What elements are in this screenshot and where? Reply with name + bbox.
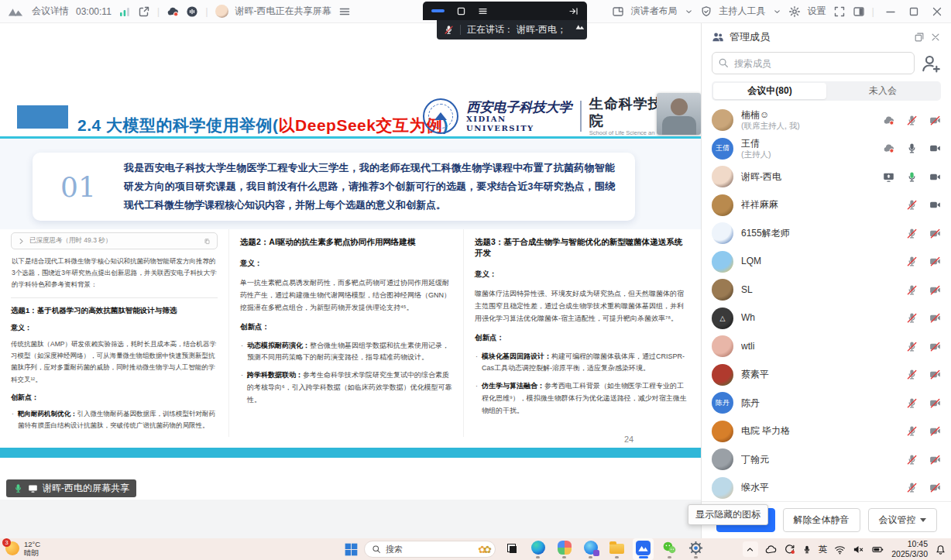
mic-muted-icon[interactable] [444, 25, 454, 35]
cam-off-icon[interactable] [929, 341, 941, 352]
mic-off-icon[interactable] [906, 284, 918, 296]
taskbar-search[interactable]: 搜索 ✿✿ [364, 541, 496, 558]
deepseek-thinking-bar[interactable]: 已深度思考（用时 49.3 秒） [11, 232, 218, 249]
minimize-button[interactable] [884, 5, 897, 18]
member-row[interactable]: 谢晖-西电 [702, 163, 951, 191]
share-toolbar-row[interactable] [423, 2, 587, 20]
notifications-icon[interactable] [935, 544, 946, 555]
meeting-app-button[interactable] [633, 538, 654, 560]
member-row[interactable]: 王倩 王倩 (主持人) [702, 135, 951, 163]
member-row[interactable]: 缑水平 [702, 474, 951, 502]
cam-off-icon[interactable] [929, 397, 941, 409]
cam-off-icon[interactable] [929, 115, 941, 126]
onedrive-cloud-icon[interactable] [765, 544, 777, 555]
cam-off-icon[interactable] [929, 228, 941, 239]
member-row[interactable]: 陈丹 陈丹 [702, 389, 951, 417]
close-button[interactable] [931, 5, 943, 18]
member-row[interactable]: 电院 毕力格 [702, 417, 951, 446]
member-row[interactable]: wtli [702, 332, 951, 361]
dock-right-icon[interactable] [568, 6, 578, 16]
mic-off-icon[interactable] [906, 425, 918, 437]
cam-on-icon[interactable] [929, 143, 941, 154]
mic-off-icon[interactable] [906, 199, 918, 211]
fullscreen-icon[interactable] [833, 5, 846, 18]
cloud-dot-icon [883, 143, 894, 154]
member-row[interactable]: 祥祥麻麻 [702, 191, 951, 220]
speaking-label: 正在讲话： [467, 23, 513, 36]
prompt-text: 我是西安电子科技大学生物医学工程专业大三学生，我的老师在现代工科微生物学课程中布… [124, 159, 635, 215]
close-panel-icon[interactable] [930, 32, 941, 43]
screen-record-icon[interactable] [784, 544, 795, 555]
member-row[interactable]: LQM [702, 248, 951, 277]
file-explorer-button[interactable] [606, 538, 627, 560]
cam-on-icon[interactable] [929, 171, 941, 183]
window-icon[interactable] [456, 6, 466, 16]
task-view-button[interactable] [501, 538, 522, 560]
member-search-input[interactable] [712, 52, 915, 74]
list-icon[interactable] [478, 6, 488, 16]
battery-icon[interactable] [871, 544, 884, 555]
audio-device-icon[interactable] [186, 5, 198, 18]
settings-app-button[interactable] [685, 538, 706, 560]
mic-off-icon[interactable] [906, 369, 918, 380]
significance-text: 传统抗菌肽（AMP）研发依赖实验筛选，耗时长且成本高，结合机器学习模型（如深度神… [11, 338, 218, 386]
cam-off-icon[interactable] [929, 312, 941, 324]
mic-off-icon[interactable] [906, 397, 918, 409]
show-hidden-icons-button[interactable] [743, 541, 758, 557]
cam-off-icon[interactable] [929, 369, 941, 380]
microphone-tray-icon[interactable] [802, 544, 812, 555]
slide-footer-bar [0, 448, 701, 458]
cam-off-icon[interactable] [929, 425, 941, 437]
add-member-icon[interactable] [921, 53, 941, 74]
meeting-controls-button[interactable]: 会议管控 [868, 508, 937, 532]
member-row[interactable]: SL [702, 276, 951, 304]
sharing-menu-icon[interactable] [338, 5, 351, 18]
mic-off-icon[interactable] [906, 454, 918, 466]
open-external-icon[interactable] [138, 5, 150, 18]
answer-columns: 已深度思考（用时 49.3 秒） 以下是结合现代工科微生物学核心知识和抗菌药物智… [0, 229, 701, 437]
minimize-dash-icon[interactable] [431, 9, 445, 12]
member-name: 蔡素平 [741, 369, 898, 380]
member-name: Wh [741, 312, 898, 324]
cam-off-icon[interactable] [929, 482, 941, 493]
wifi-icon[interactable] [834, 544, 846, 555]
volume-muted-icon[interactable] [853, 544, 864, 555]
tab-in-meeting[interactable]: 会议中(80) [713, 83, 826, 99]
member-row[interactable]: 6155解老师 [702, 219, 951, 248]
side-panel-icon[interactable] [853, 5, 865, 18]
host-tools-button[interactable]: 主持人工具 [719, 5, 766, 18]
member-row[interactable]: 蔡素平 [702, 361, 951, 390]
mic-live-icon[interactable] [906, 171, 918, 183]
photos-app-button[interactable] [554, 538, 575, 560]
mic-off-icon[interactable] [906, 341, 918, 352]
settings-button[interactable]: 设置 [808, 5, 826, 18]
popout-icon[interactable] [914, 32, 925, 43]
edge-browser-button[interactable] [527, 538, 548, 560]
wechat-button[interactable] [659, 538, 680, 560]
mic-on-icon[interactable] [906, 143, 918, 154]
member-row[interactable]: 楠楠☺ (联席主持人, 我) [702, 106, 951, 135]
mic-off-icon[interactable] [906, 115, 918, 126]
cam-off-icon[interactable] [929, 256, 941, 267]
start-button[interactable] [344, 542, 359, 557]
clock[interactable]: 10:45 2025/3/30 [891, 539, 928, 559]
maximize-button[interactable] [908, 5, 920, 18]
mic-off-icon[interactable] [906, 228, 918, 239]
copy-icon[interactable] [204, 238, 211, 245]
unmute-all-button[interactable]: 解除全体静音 [783, 508, 860, 532]
cam-on-icon[interactable] [929, 199, 941, 211]
cam-off-icon[interactable] [929, 454, 941, 466]
mic-off-icon[interactable] [906, 256, 918, 267]
meeting-detail-button[interactable]: 会议详情 [32, 5, 69, 18]
weather-widget[interactable]: 3 12°C 晴朗 [5, 540, 40, 558]
ime-indicator[interactable]: 英 [819, 544, 828, 555]
mic-off-icon[interactable] [906, 312, 918, 324]
mic-off-icon[interactable] [906, 482, 918, 493]
cam-off-icon[interactable] [929, 284, 941, 296]
member-row[interactable]: 丁翰元 [702, 445, 951, 474]
member-row[interactable]: △ Wh [702, 304, 951, 333]
cloud-recording-icon[interactable] [167, 5, 179, 18]
tab-not-joined[interactable]: 未入会 [826, 83, 939, 99]
browser-360-button[interactable] [580, 538, 601, 560]
layout-button[interactable]: 演讲者布局 [631, 5, 678, 18]
